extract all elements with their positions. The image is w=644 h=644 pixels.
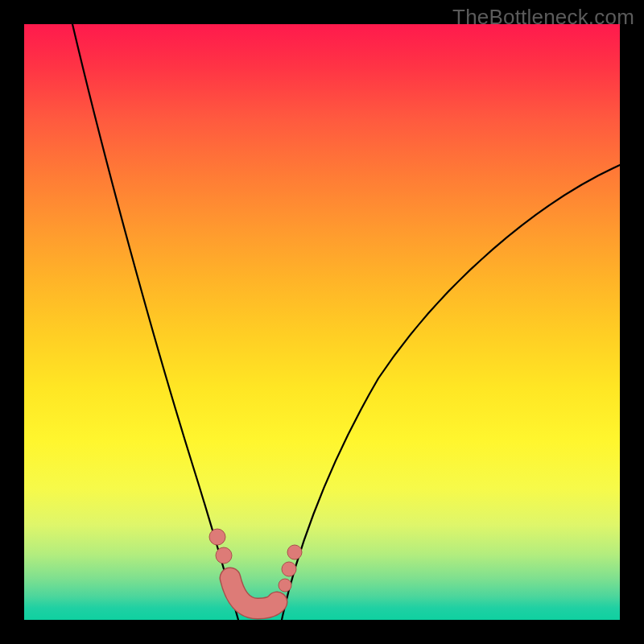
right-curve [282, 165, 620, 620]
bottom-link [230, 578, 277, 609]
right-bead-upper [287, 545, 302, 559]
left-bead-upper [209, 529, 225, 545]
chart-frame [24, 24, 620, 620]
left-bead-lower [216, 547, 232, 564]
right-bead-lower [279, 579, 291, 592]
watermark-text: TheBottleneck.com [452, 5, 634, 30]
chart-svg [24, 24, 620, 620]
right-bead-mid [282, 562, 296, 576]
